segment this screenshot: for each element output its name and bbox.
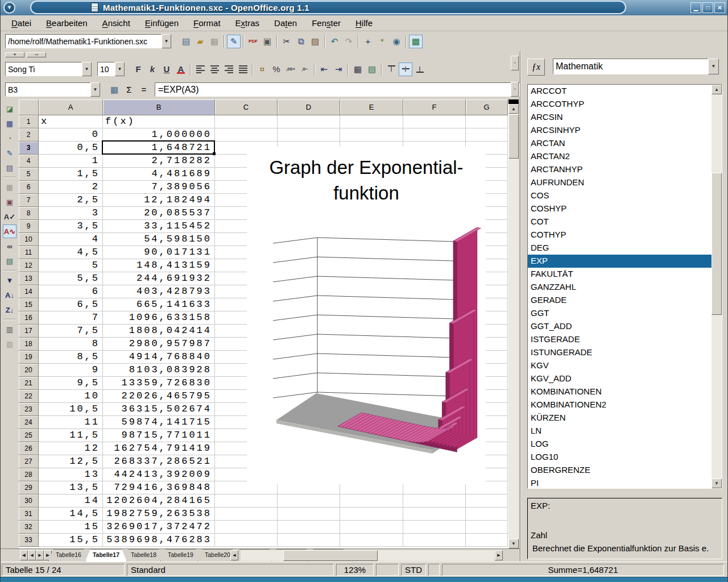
function-item-exp[interactable]: EXP [528,255,712,268]
row-header-7[interactable]: 7 [19,194,39,207]
document-url-input[interactable] [5,34,162,48]
cell-E1[interactable] [340,115,403,128]
row-header-32[interactable]: 32 [19,521,39,534]
column-header-C[interactable]: C [215,99,278,115]
gallery-icon[interactable]: ▩ [409,35,423,48]
cell-D2[interactable] [278,128,340,142]
function-item-arccot[interactable]: ARCCOT [528,85,712,98]
toolbar-overflow-button[interactable]: › [511,56,519,70]
shrink-formula-bar-button[interactable]: › [511,82,519,97]
function-item-arctan[interactable]: ARCTAN [528,137,712,150]
cell-B8[interactable]: 20,085537 [103,207,215,220]
function-item-arcsinhyp[interactable]: ARCSINHYP [528,124,712,137]
cell-A12[interactable]: 5 [39,259,103,272]
row-header-11[interactable]: 11 [19,246,39,259]
cell-A9[interactable]: 3,5 [39,220,103,233]
cell-F30[interactable] [403,494,466,508]
menu-item-fenster[interactable]: Fenster [304,16,348,30]
function-item-aufrunden[interactable]: AUFRUNDEN [528,176,712,189]
cell-A10[interactable]: 4 [39,233,103,246]
column-header-E[interactable]: E [340,99,403,115]
ungroup-icon[interactable]: ▥ [3,337,16,351]
cell-A29[interactable]: 13,5 [39,481,103,494]
align-top-icon[interactable] [384,63,398,76]
menu-item-bearbeiten[interactable]: Bearbeiten [39,16,95,30]
column-header-G[interactable]: G [466,99,508,115]
cell-A24[interactable]: 11 [39,416,103,429]
cell-D31[interactable] [278,508,340,521]
cut-icon[interactable]: ✂ [280,35,293,48]
row-header-26[interactable]: 26 [19,442,39,455]
sheet-tab-tabelle17[interactable]: Tabelle17 [85,549,127,562]
cell-D32[interactable] [278,521,340,534]
row-header-27[interactable]: 27 [19,455,39,468]
cell-G2[interactable] [466,128,508,142]
cell-B31[interactable]: 1982759,263538 [103,508,215,521]
background-color-icon[interactable]: ▨ [365,63,379,76]
row-header-22[interactable]: 22 [19,390,39,403]
cell-B24[interactable]: 59874,141715 [103,416,215,429]
increase-indent-icon[interactable]: ⇥ [332,63,345,76]
function-item-deg[interactable]: DEG [528,242,712,255]
status-insert-mode[interactable]: STD [401,564,426,576]
save-icon[interactable]: ▦ [208,35,221,48]
align-center-icon[interactable] [208,63,221,76]
cell-F33[interactable] [403,534,466,547]
font-size-combo[interactable]: ▼ [97,62,125,76]
menu-item-ansicht[interactable]: Ansicht [95,16,138,30]
font-size-input[interactable] [97,62,115,76]
insert-chart-icon[interactable]: ◔ [3,131,16,145]
font-name-input[interactable] [5,62,82,76]
edit-file-icon[interactable]: ✎ [227,35,241,48]
select-all-corner[interactable] [19,99,39,115]
cell-B32[interactable]: 3269017,372472 [103,521,215,534]
cell-G1[interactable] [466,115,508,128]
row-header-30[interactable]: 30 [19,494,39,508]
autofilter-icon[interactable]: ▼ [3,273,16,287]
function-item-log10[interactable]: LOG10 [528,451,712,464]
cell-C33[interactable] [215,534,278,547]
row-header-3[interactable]: 3 [19,142,39,155]
align-center-vertical-icon[interactable] [399,63,412,76]
cell-A17[interactable]: 7,5 [39,325,103,338]
cell-F1[interactable] [403,115,466,128]
cell-A33[interactable]: 15,5 [39,534,103,547]
function-item-pi[interactable]: PI [528,477,712,488]
cell-B9[interactable]: 33,115452 [103,220,215,233]
paste-icon[interactable]: ▨ [308,35,322,48]
cell-A25[interactable]: 11,5 [39,429,103,442]
add-decimal-icon[interactable]: ,00+ [284,63,297,76]
cell-A26[interactable]: 12 [39,442,103,455]
row-header-6[interactable]: 6 [19,181,39,194]
function-item-cos[interactable]: COS [528,189,712,202]
system-menu-button[interactable]: ▼ [3,2,15,14]
cell-A32[interactable]: 15 [39,521,103,534]
cell-A11[interactable]: 4,5 [39,246,103,259]
function-item-kgv[interactable]: KGV [528,359,712,372]
copy-icon[interactable]: ⧉ [294,35,308,48]
function-list[interactable]: ARCCOTARCCOTHYPARCSINARCSINHYPARCTANARCT… [527,84,722,489]
sort-descending-icon[interactable]: Z↓ [3,303,16,317]
row-header-18[interactable]: 18 [19,338,39,351]
cell-B27[interactable]: 268337,286521 [103,455,215,468]
cell-C2[interactable] [215,128,278,142]
cell-B4[interactable]: 2,718282 [103,155,215,168]
cell-E33[interactable] [340,534,403,547]
percent-icon[interactable]: % [270,63,283,76]
cell-B15[interactable]: 665,141633 [103,298,215,311]
row-header-20[interactable]: 20 [19,364,39,377]
cell-A14[interactable]: 6 [39,285,103,298]
cell-A27[interactable]: 12,5 [39,455,103,468]
cell-G30[interactable] [466,494,508,508]
sum-button[interactable]: Σ [122,83,136,97]
row-header-12[interactable]: 12 [19,259,39,272]
cell-B33[interactable]: 5389698,476283 [103,534,215,547]
hyperlink-icon[interactable]: ◉ [390,35,403,48]
italic-icon[interactable]: k [146,63,159,76]
scrollbar-split-handle[interactable] [508,99,519,104]
row-header-16[interactable]: 16 [19,311,39,325]
function-category-combo[interactable]: ▼ [553,59,719,73]
menu-item-datei[interactable]: Datei [4,16,39,30]
function-category-input[interactable] [553,59,708,74]
cell-B23[interactable]: 36315,502674 [103,403,215,416]
